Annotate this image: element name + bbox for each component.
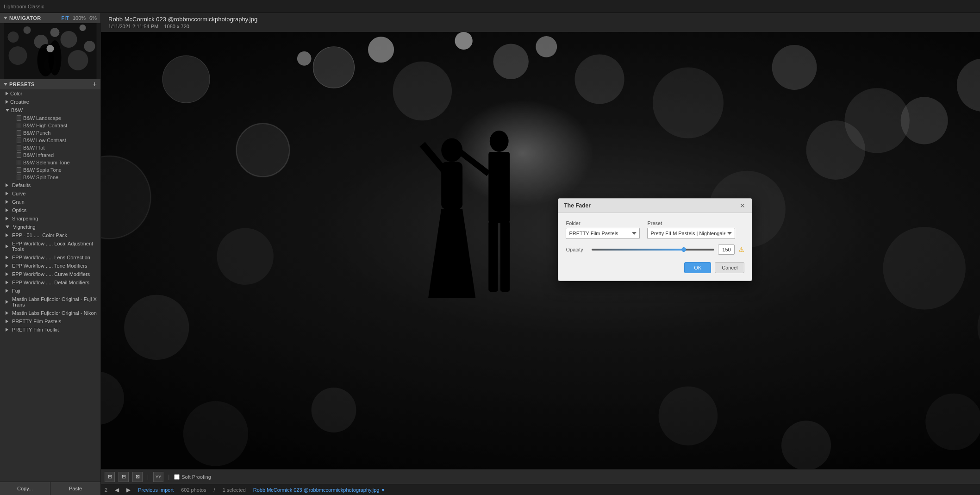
nav-next-button[interactable]: ▶ bbox=[126, 487, 131, 493]
bottom-toolbar: ⊞ ⊟ ⊠ | YY | Soft Proofing bbox=[101, 469, 980, 484]
dialog-body: Folder PRETTY Film Pastels Preset Pretty… bbox=[558, 213, 752, 281]
status-filename[interactable]: Robb McCormick 023 @robbmccormickphotogr… bbox=[253, 487, 380, 493]
view-survey-button[interactable]: ⊠ bbox=[132, 472, 143, 482]
sharpening-group-icon bbox=[6, 217, 8, 220]
bw-group-icon bbox=[6, 109, 9, 112]
soft-proofing-checkbox[interactable] bbox=[174, 474, 180, 480]
preset-group-color: Color bbox=[0, 89, 100, 98]
preset-group-defaults-header[interactable]: Defaults bbox=[0, 181, 100, 189]
prettyfilm-group-label: PRETTY Film Pastels bbox=[12, 319, 61, 324]
navigator-title: Navigator bbox=[9, 15, 41, 21]
preset-group-vignetting-header[interactable]: Vignetting bbox=[0, 223, 100, 231]
preset-group-mastinfuji2-header[interactable]: Mastin Labs Fujicolor Original - Nikon bbox=[0, 309, 100, 317]
preset-group-sharpening-header[interactable]: Sharpening bbox=[0, 214, 100, 223]
preset-group-fuji-header[interactable]: Fuji bbox=[0, 287, 100, 295]
presets-collapse-icon bbox=[4, 83, 7, 86]
presets-add-button[interactable]: + bbox=[93, 81, 97, 88]
opacity-value[interactable]: 150 bbox=[718, 244, 735, 255]
preset-item-bw-infrared[interactable]: B&W Infrared bbox=[0, 151, 100, 159]
preset-item-bw-flat[interactable]: B&W Flat bbox=[0, 144, 100, 151]
creative-group-icon bbox=[6, 100, 8, 104]
soft-proofing-toggle[interactable]: Soft Proofing bbox=[174, 474, 211, 480]
preset-item-bw-lowcontrast[interactable]: B&W Low Contrast bbox=[0, 137, 100, 144]
preset-group-mastinfuji1-header[interactable]: Mastin Labs Fujicolor Original - Fuji X … bbox=[0, 295, 100, 309]
view-compare-button[interactable]: ⊟ bbox=[119, 472, 129, 482]
sharpening-group-label: Sharpening bbox=[12, 216, 38, 221]
bw-splittone-icon bbox=[17, 175, 21, 180]
preset-group-bw-header[interactable]: B&W bbox=[0, 106, 100, 114]
image-dimensions: 1080 x 720 bbox=[164, 24, 189, 29]
opacity-warning-icon: ⚠ bbox=[738, 246, 744, 253]
view-grid-button[interactable]: ⊞ bbox=[105, 472, 115, 482]
copy-button[interactable]: Copy... bbox=[0, 482, 50, 495]
svg-point-2 bbox=[24, 26, 31, 34]
bw-selenium-icon bbox=[17, 160, 21, 165]
svg-point-7 bbox=[84, 41, 95, 52]
status-filename-arrow[interactable]: ▼ bbox=[381, 488, 386, 493]
color-group-icon bbox=[6, 92, 8, 95]
bw-sepia-icon bbox=[17, 167, 21, 173]
cancel-button[interactable]: Cancel bbox=[715, 262, 744, 273]
preset-group-eppwf4-header[interactable]: EPP Workflow ..... Curve Modifiers bbox=[0, 270, 100, 278]
selection-info: 1 selected bbox=[223, 487, 246, 493]
preset-group-eppwf5-header[interactable]: EPP Workflow ..... Detail Modifiers bbox=[0, 278, 100, 287]
preset-item-bw-selenium[interactable]: B&W Selenium Tone bbox=[0, 159, 100, 166]
navigator-zoom-pct[interactable]: 6% bbox=[89, 15, 97, 21]
eppwf2-group-icon bbox=[6, 256, 8, 259]
dialog-folder-label: Folder bbox=[566, 220, 640, 226]
bw-lowcontrast-icon bbox=[17, 138, 21, 143]
vignetting-group-icon bbox=[6, 226, 9, 228]
presets-panel-header[interactable]: Presets + bbox=[0, 79, 100, 89]
preset-group-prettyfilmtk-header[interactable]: PRETTY Film Toolkit bbox=[0, 326, 100, 334]
svg-point-6 bbox=[80, 25, 86, 31]
preset-item-bw-punch[interactable]: B&W Punch bbox=[0, 129, 100, 137]
preset-item-bw-highcontrast[interactable]: B&W High Contrast bbox=[0, 122, 100, 129]
opacity-slider-thumb[interactable] bbox=[681, 247, 686, 252]
bw-landscape-icon bbox=[17, 115, 21, 121]
image-info-bar: Robb McCormick 023 @robbmccormickphotogr… bbox=[101, 13, 980, 32]
navigator-fit-label[interactable]: FIT bbox=[61, 15, 69, 21]
preset-item-bw-sepia[interactable]: B&W Sepia Tone bbox=[0, 166, 100, 174]
bottom-buttons: Copy... Paste bbox=[0, 482, 100, 495]
preset-item-bw-splittone[interactable]: B&W Split Tone bbox=[0, 174, 100, 181]
fuji-group-label: Fuji bbox=[12, 288, 20, 294]
defaults-group-label: Defaults bbox=[12, 182, 31, 188]
preset-group-grain-header[interactable]: Grain bbox=[0, 198, 100, 206]
photo-count: 602 photos bbox=[181, 487, 206, 493]
preset-group-creative: Creative bbox=[0, 98, 100, 106]
navigator-zoom-100[interactable]: 100% bbox=[73, 15, 86, 21]
frame-count: 2 bbox=[105, 487, 107, 493]
paste-button[interactable]: Paste bbox=[50, 482, 100, 495]
presets-title: Presets bbox=[9, 81, 35, 87]
prettyfilm-group-icon bbox=[6, 320, 8, 323]
svg-point-5 bbox=[61, 31, 77, 48]
dialog-folder-select[interactable]: PRETTY Film Pastels bbox=[566, 228, 640, 239]
nav-prev-button[interactable]: ◀ bbox=[115, 487, 119, 493]
ok-button[interactable]: OK bbox=[684, 262, 711, 273]
bw-highcontrast-icon bbox=[17, 123, 21, 128]
dialog-close-button[interactable]: ✕ bbox=[739, 202, 746, 209]
optics-group-icon bbox=[6, 208, 8, 212]
opacity-slider-track[interactable] bbox=[592, 249, 714, 251]
preset-group-optics-header[interactable]: Optics bbox=[0, 206, 100, 214]
preset-group-creative-header[interactable]: Creative bbox=[0, 98, 100, 106]
dialog-preset-select[interactable]: Pretty FILM Pastels | Nightengale B&W bbox=[647, 228, 735, 239]
preset-group-eppwf3-header[interactable]: EPP Workflow ..... Tone Modifiers bbox=[0, 262, 100, 270]
grain-group-label: Grain bbox=[12, 199, 25, 205]
mastinfuji1-group-label: Mastin Labs Fujicolor Original - Fuji X … bbox=[12, 296, 97, 307]
creative-group-label: Creative bbox=[10, 99, 29, 105]
preset-group-epp01-header[interactable]: EPP - 01 ..... Color Pack bbox=[0, 231, 100, 239]
preset-group-curve-header[interactable]: Curve bbox=[0, 189, 100, 198]
previous-import-label[interactable]: Previous Import bbox=[138, 487, 174, 493]
eppwf5-group-label: EPP Workflow ..... Detail Modifiers bbox=[12, 280, 89, 285]
optics-group-label: Optics bbox=[12, 207, 26, 213]
preset-group-prettyfilm-header[interactable]: PRETTY Film Pastels bbox=[0, 317, 100, 326]
navigator-panel-header[interactable]: Navigator FIT 100% 6% bbox=[0, 13, 100, 23]
view-book-button[interactable]: YY bbox=[153, 472, 163, 482]
navigator-panel: Navigator FIT 100% 6% bbox=[0, 13, 100, 79]
preset-item-bw-landscape[interactable]: B&W Landscape bbox=[0, 114, 100, 122]
preset-group-color-header[interactable]: Color bbox=[0, 89, 100, 98]
svg-point-8 bbox=[9, 46, 27, 65]
preset-group-eppwf1-header[interactable]: EPP Workflow ..... Local Adjustment Tool… bbox=[0, 239, 100, 253]
preset-group-eppwf2-header[interactable]: EPP Workflow ..... Lens Correction bbox=[0, 253, 100, 262]
